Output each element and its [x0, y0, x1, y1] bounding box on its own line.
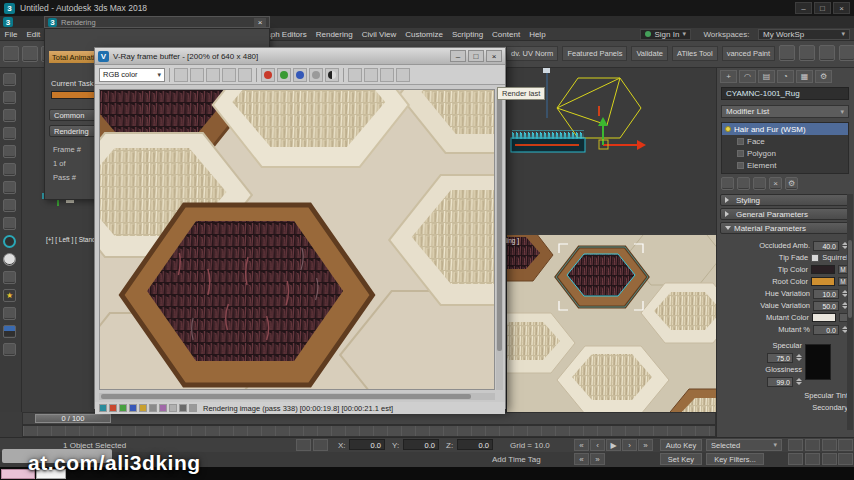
- vfb-close-button[interactable]: ×: [486, 50, 502, 62]
- array-tool-icon[interactable]: [3, 343, 16, 356]
- vfb-status-icon[interactable]: [179, 404, 187, 412]
- specular-spinner[interactable]: 75.0: [767, 353, 793, 363]
- render-production-icon[interactable]: [819, 45, 835, 61]
- spinner-arrows[interactable]: [796, 375, 802, 388]
- rollout-styling[interactable]: Styling: [720, 194, 849, 206]
- y-coordinate-field[interactable]: 0.0: [403, 439, 439, 450]
- vfb-status-icon[interactable]: [149, 404, 157, 412]
- move-icon[interactable]: [3, 127, 16, 140]
- vfb-horizontal-scrollbar[interactable]: [99, 393, 495, 400]
- previous-frame-icon[interactable]: ‹: [590, 439, 605, 451]
- spinner-arrows[interactable]: [796, 351, 802, 364]
- tab-motion-icon[interactable]: ◔: [777, 70, 794, 83]
- selection-lock-icon[interactable]: [296, 439, 311, 451]
- menu-customize[interactable]: Customize: [401, 30, 448, 39]
- zoom-extents-icon[interactable]: [822, 439, 837, 451]
- vfb-status-icon[interactable]: [109, 404, 117, 412]
- layer-manager-icon[interactable]: [3, 235, 16, 248]
- maximize-button[interactable]: □: [814, 2, 831, 14]
- vfb-status-icon[interactable]: [169, 404, 177, 412]
- vfb-channel-select[interactable]: RGB color ▾: [99, 68, 165, 82]
- vfb-titlebar[interactable]: V V-Ray frame buffer - [200% of 640 x 48…: [95, 48, 505, 65]
- vfb-status-icon[interactable]: [189, 404, 197, 412]
- menu-rendering[interactable]: Rendering: [311, 30, 357, 39]
- render-last-icon[interactable]: [380, 68, 394, 82]
- menu-help[interactable]: Help: [525, 30, 550, 39]
- curve-editor-icon[interactable]: [3, 271, 16, 284]
- x-coordinate-field[interactable]: 0.0: [349, 439, 385, 450]
- select-object-icon[interactable]: [3, 73, 16, 86]
- play-animation-icon[interactable]: ▶: [606, 439, 621, 451]
- clear-image-icon[interactable]: [206, 68, 220, 82]
- modifier-on-icon[interactable]: [725, 126, 731, 132]
- rotate-icon[interactable]: [3, 145, 16, 158]
- menu-file[interactable]: File: [0, 30, 22, 39]
- stack-row-face[interactable]: Face: [722, 135, 848, 147]
- vfb-status-icon[interactable]: [129, 404, 137, 412]
- vfb-status-icon[interactable]: [159, 404, 167, 412]
- close-button[interactable]: ×: [833, 2, 850, 14]
- menu-scripting[interactable]: Scripting: [447, 30, 487, 39]
- specular-tint-swatch[interactable]: [805, 344, 831, 380]
- viewport-right[interactable]: [506, 68, 716, 425]
- pan-icon[interactable]: [788, 439, 803, 451]
- toolbar-validate-button[interactable]: Validate: [631, 46, 668, 61]
- stack-row-element[interactable]: Element: [722, 159, 848, 171]
- rendered-frame-window-icon[interactable]: [799, 45, 815, 61]
- next-key-icon[interactable]: »: [590, 453, 605, 465]
- show-end-result-icon[interactable]: [737, 177, 750, 190]
- make-unique-icon[interactable]: [753, 177, 766, 190]
- green-channel-icon[interactable]: [277, 68, 291, 82]
- vfb-status-icon[interactable]: [119, 404, 127, 412]
- maximize-viewport-icon[interactable]: [838, 439, 853, 451]
- set-key-button[interactable]: Set Key: [660, 453, 702, 465]
- modifier-list-dropdown[interactable]: Modifier List ▾: [721, 105, 849, 118]
- vfb-status-icon[interactable]: [99, 404, 107, 412]
- tab-display-icon[interactable]: ▦: [796, 70, 813, 83]
- configure-modifier-sets-icon[interactable]: ⚙: [785, 177, 798, 190]
- region-render-icon[interactable]: [238, 68, 252, 82]
- save-image-icon[interactable]: [174, 68, 188, 82]
- menu-civil-view[interactable]: Civil View: [357, 30, 401, 39]
- z-coordinate-field[interactable]: 0.0: [457, 439, 493, 450]
- previous-key-icon[interactable]: «: [574, 453, 589, 465]
- isolate-selection-icon[interactable]: [313, 439, 328, 451]
- hue-variation-spinner[interactable]: 10.0: [813, 289, 839, 299]
- toolbar-atiles-button[interactable]: ATiles Tool: [672, 46, 718, 61]
- menu-content[interactable]: Content: [488, 30, 525, 39]
- tab-create-icon[interactable]: +: [720, 70, 737, 83]
- value-variation-spinner[interactable]: 50.0: [813, 301, 839, 311]
- zoom-icon[interactable]: [805, 439, 820, 451]
- command-panel-scrollbar[interactable]: [847, 194, 853, 430]
- root-color-swatch[interactable]: [811, 277, 835, 286]
- key-filters-button[interactable]: Key Filters...: [706, 453, 764, 465]
- monochrome-icon[interactable]: [325, 68, 339, 82]
- vfb-status-icon[interactable]: [139, 404, 147, 412]
- material-editor-icon[interactable]: [3, 253, 16, 266]
- alpha-channel-icon[interactable]: [309, 68, 323, 82]
- pin-stack-icon[interactable]: [721, 177, 734, 190]
- add-time-tag[interactable]: Add Time Tag: [492, 455, 541, 464]
- scale-icon[interactable]: [3, 163, 16, 176]
- maximize-viewport-toggle-icon[interactable]: [838, 453, 853, 465]
- render-setup-icon[interactable]: [779, 45, 795, 61]
- align-icon[interactable]: [3, 217, 16, 230]
- minimize-button[interactable]: –: [795, 2, 812, 14]
- select-by-name-icon[interactable]: [3, 91, 16, 104]
- tip-color-swatch[interactable]: [811, 265, 835, 274]
- stack-row-hair-and-fur[interactable]: Hair and Fur (WSM): [722, 123, 848, 135]
- render-setup-icon[interactable]: ★: [3, 289, 16, 302]
- material-editor-icon[interactable]: [839, 45, 854, 61]
- blue-channel-icon[interactable]: [293, 68, 307, 82]
- occluded-amb-spinner[interactable]: 40.0: [813, 241, 839, 251]
- histogram-icon[interactable]: [364, 68, 378, 82]
- select-link-icon[interactable]: [3, 46, 19, 62]
- render-dialog-close-icon[interactable]: ×: [254, 18, 266, 27]
- snap-toggle-icon[interactable]: [3, 181, 16, 194]
- red-channel-icon[interactable]: [261, 68, 275, 82]
- mirror-icon[interactable]: [3, 199, 16, 212]
- render-dialog-titlebar[interactable]: 3 Rendering ×: [44, 16, 270, 28]
- unlink-icon[interactable]: [22, 46, 38, 62]
- mutant-color-swatch[interactable]: [812, 313, 836, 322]
- toolbar-uv-norm-button[interactable]: dv. UV Norm: [506, 46, 558, 61]
